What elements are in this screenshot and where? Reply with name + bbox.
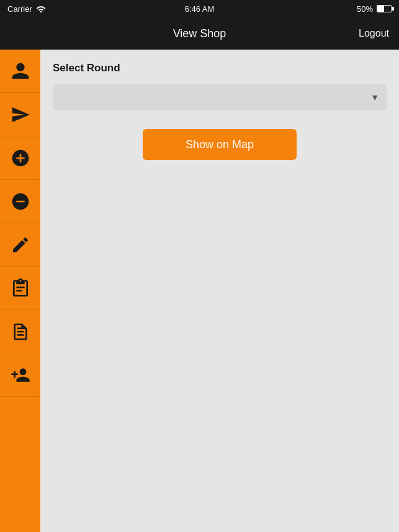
show-on-map-button[interactable]: Show on Map — [143, 129, 297, 160]
navigate-icon — [11, 105, 30, 125]
header: View Shop Logout — [0, 17, 399, 50]
section-title: Select Round — [53, 62, 387, 74]
sidebar-item-edit[interactable] — [0, 223, 40, 267]
person-icon — [11, 61, 30, 81]
battery-fill — [377, 6, 384, 12]
status-bar: Carrier 6:46 AM 50% — [0, 0, 399, 17]
sidebar-item-profile[interactable] — [0, 50, 40, 93]
round-dropdown[interactable]: ▼ — [53, 84, 387, 110]
status-right: 50% — [357, 4, 392, 14]
wifi-icon — [36, 5, 46, 12]
add-contact-icon — [11, 365, 30, 385]
battery-icon — [377, 5, 392, 12]
content-area: Select Round ▼ Show on Map — [40, 50, 399, 532]
sidebar-item-document[interactable] — [0, 310, 40, 353]
document-icon — [11, 322, 30, 342]
chevron-down-icon: ▼ — [370, 92, 379, 102]
sidebar-item-add[interactable] — [0, 136, 40, 180]
sidebar-item-remove[interactable] — [0, 180, 40, 223]
clipboard-icon — [11, 278, 30, 298]
main-layout: Select Round ▼ Show on Map — [0, 50, 399, 532]
add-circle-icon — [11, 148, 30, 168]
logout-button[interactable]: Logout — [359, 28, 389, 39]
carrier-text: Carrier — [7, 4, 32, 14]
header-title: View Shop — [173, 27, 226, 40]
remove-circle-icon — [11, 192, 30, 211]
sidebar-item-clipboard[interactable] — [0, 267, 40, 310]
edit-icon — [11, 235, 30, 255]
sidebar-item-navigate[interactable] — [0, 93, 40, 136]
status-time: 6:46 AM — [185, 4, 215, 14]
sidebar — [0, 50, 40, 532]
battery-percent: 50% — [357, 4, 373, 14]
status-left: Carrier — [7, 4, 46, 14]
sidebar-item-add-contact[interactable] — [0, 353, 40, 397]
